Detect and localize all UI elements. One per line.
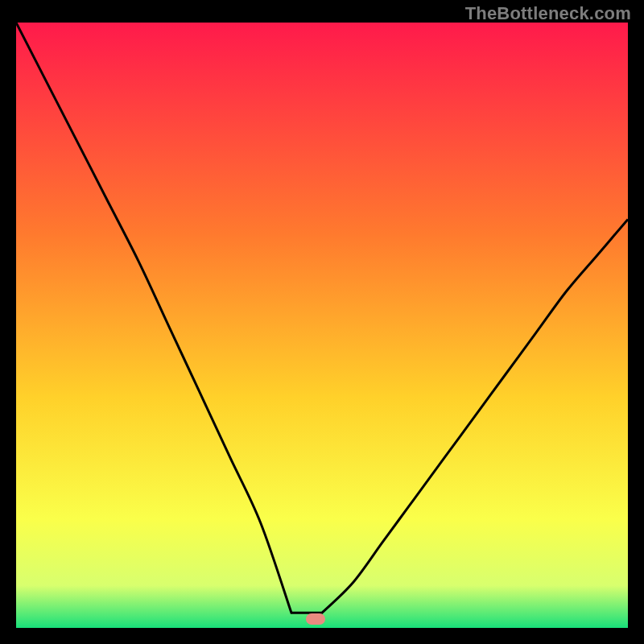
chart-frame: TheBottleneck.com — [0, 0, 644, 644]
curve-path — [16, 23, 628, 613]
plot-area — [16, 23, 628, 628]
bottleneck-curve — [16, 23, 628, 628]
optimum-marker — [306, 613, 325, 625]
watermark-label: TheBottleneck.com — [465, 3, 631, 24]
